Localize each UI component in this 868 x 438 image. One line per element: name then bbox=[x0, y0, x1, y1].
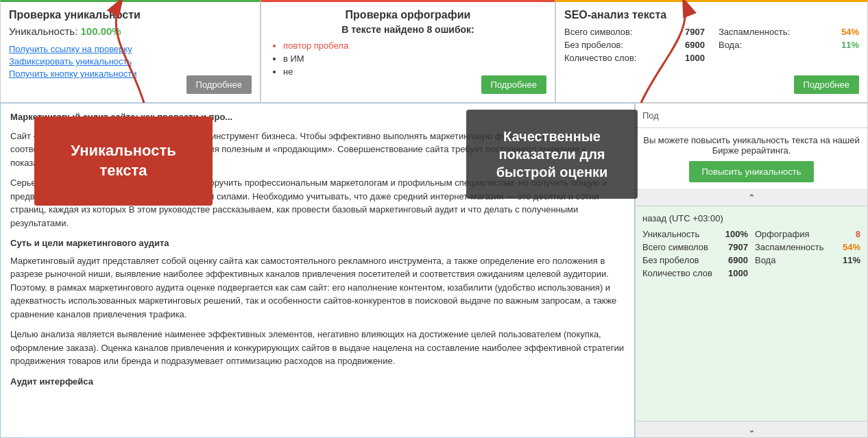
article-para-4: Целью анализа является выявление наимене… bbox=[10, 328, 625, 368]
uniqueness-value: Уникальность: 100.00% bbox=[9, 25, 252, 37]
stats-header: назад (UTC +03:00) bbox=[642, 213, 860, 223]
stat-spam: Заспамленность 54% bbox=[755, 242, 860, 252]
uniqueness-detail-button[interactable]: Подробнее bbox=[186, 75, 252, 94]
seo-detail-button[interactable]: Подробнее bbox=[794, 75, 859, 94]
spell-error-0: повтор пробела bbox=[283, 40, 546, 51]
spell-error-1: в ИМ bbox=[283, 53, 546, 64]
seo-title: SEO-анализ текста bbox=[564, 9, 859, 21]
article-para-3: Маркетинговый аудит представляет собой о… bbox=[10, 254, 625, 321]
seo-row-no-spaces: Без пробелов: 6900 bbox=[564, 40, 705, 50]
stat-word-count: Количество слов 1000 bbox=[642, 268, 748, 278]
seo-row-spam: Заспамленность: 54% bbox=[719, 27, 859, 37]
article-para-5: Аудит интерфейса bbox=[10, 375, 625, 389]
spell-detail-button[interactable]: Подробнее bbox=[481, 75, 546, 94]
chevron-up-icon: ⌃ bbox=[748, 193, 756, 203]
seo-row-water: Вода: 11% bbox=[719, 40, 859, 50]
stat-spelling: Орфография 8 bbox=[755, 229, 860, 239]
article-para-0: Сайт — это основной, а иногда и единстве… bbox=[10, 130, 625, 170]
article-text-area[interactable]: Маркетинговый аудит сайта: как провести … bbox=[0, 103, 635, 438]
seo-panel: SEO-анализ текста Всего символов: 7907 Б… bbox=[555, 0, 868, 103]
seo-row-word-count: Количество слов: 1000 bbox=[564, 53, 705, 63]
stats-grid: Уникальность 100% Орфография 8 Всего сим… bbox=[642, 229, 860, 278]
get-link[interactable]: Получить ссылку на проверку bbox=[9, 44, 252, 54]
uniqueness-title: Проверка уникальности bbox=[9, 9, 252, 21]
right-sidebar: Под Вы можете повысить уникальность текс… bbox=[635, 103, 868, 438]
stats-time-label: назад (UTC +03:00) bbox=[642, 213, 723, 223]
sidebar-stats: назад (UTC +03:00) Уникальность 100% Орф… bbox=[636, 206, 867, 421]
sidebar-top-text: Под bbox=[636, 104, 867, 128]
fix-uniqueness[interactable]: Зафиксировать уникальность bbox=[9, 56, 252, 66]
spell-errors-list: повтор пробела в ИМ не bbox=[269, 40, 546, 77]
seo-detail-btn-container: Подробнее bbox=[794, 75, 859, 94]
sidebar-boost-text: Вы можете повысить уникальность текста н… bbox=[642, 135, 860, 156]
spell-panel: Проверка орфографии В тексте найдено 8 о… bbox=[261, 0, 555, 103]
scroll-down-button[interactable]: ⌄ bbox=[636, 421, 867, 437]
chevron-down-icon: ⌄ bbox=[748, 424, 756, 435]
scroll-up-button[interactable]: ⌃ bbox=[636, 190, 867, 206]
uniqueness-panel: Проверка уникальности Уникальность: 100.… bbox=[0, 0, 261, 103]
article-para-2: Суть и цели маркетингового аудита bbox=[10, 236, 625, 250]
boost-uniqueness-button[interactable]: Повысить уникальность bbox=[689, 161, 813, 182]
spell-subtitle: В тексте найдено 8 ошибок: bbox=[269, 24, 546, 35]
stat-uniqueness: Уникальность 100% bbox=[642, 229, 748, 239]
spell-detail-btn-container: Подробнее bbox=[481, 75, 546, 94]
uniqueness-detail-btn-container: Подробнее bbox=[186, 75, 252, 94]
spell-title: Проверка орфографии bbox=[269, 9, 546, 21]
uniqueness-links: Получить ссылку на проверку Зафиксироват… bbox=[9, 44, 252, 79]
article-title: Маркетинговый аудит сайта: как провести … bbox=[10, 110, 625, 124]
stat-no-spaces: Без пробелов 6900 bbox=[642, 255, 748, 265]
stat-total-chars: Всего символов 7907 bbox=[642, 242, 748, 252]
seo-row-total-chars: Всего символов: 7907 bbox=[564, 27, 705, 37]
sidebar-boost-section: Вы можете повысить уникальность текста н… bbox=[636, 128, 867, 190]
article-para-1: Серьезный маркетинговый аудит сайта лучш… bbox=[10, 176, 625, 230]
stat-water: Вода 11% bbox=[755, 255, 860, 265]
